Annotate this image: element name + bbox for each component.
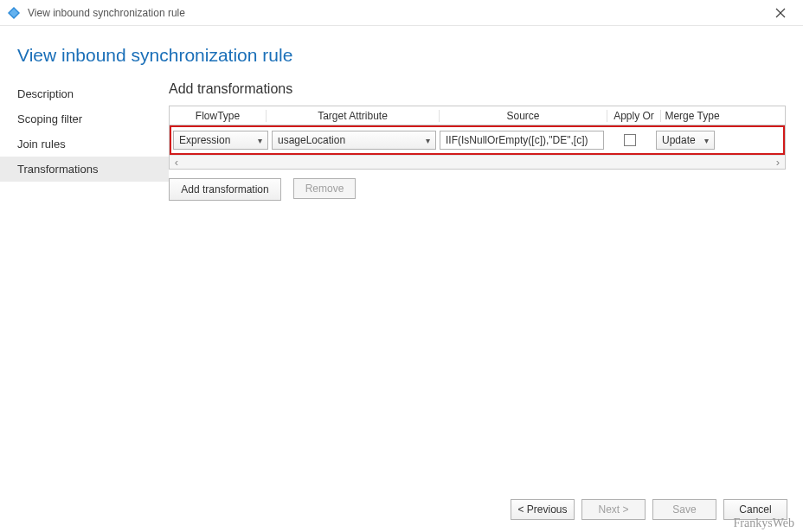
- add-transformation-button[interactable]: Add transformation: [169, 178, 281, 201]
- apply-once-checkbox[interactable]: [624, 134, 636, 146]
- scroll-left-icon[interactable]: ‹: [170, 156, 183, 169]
- app-logo-icon: [7, 6, 21, 20]
- grid-action-buttons: Add transformation Remove: [169, 178, 786, 201]
- sidebar: Description Scoping filter Join rules Tr…: [0, 81, 169, 182]
- main-content: Add transformations FlowType Target Attr…: [169, 81, 803, 201]
- source-expression-value: IIF(IsNullOrEmpty([c]),"DE",[c]): [446, 134, 588, 146]
- col-header-target: Target Attribute: [267, 110, 440, 122]
- section-title: Add transformations: [169, 81, 786, 97]
- scroll-right-icon[interactable]: ›: [771, 156, 785, 169]
- button-label: < Previous: [517, 503, 567, 516]
- button-label: Remove: [305, 183, 344, 195]
- source-expression-input[interactable]: IIF(IsNullOrEmpty([c]),"DE",[c]): [440, 131, 604, 150]
- col-header-flowtype: FlowType: [170, 110, 267, 122]
- next-button[interactable]: Next >: [581, 499, 646, 520]
- sidebar-item-join-rules[interactable]: Join rules: [17, 131, 169, 157]
- chevron-down-icon: ▾: [426, 136, 430, 145]
- sidebar-item-label: Transformations: [17, 163, 98, 176]
- remove-transformation-button[interactable]: Remove: [293, 178, 356, 199]
- wizard-footer: < Previous Next > Save Cancel: [511, 499, 787, 520]
- button-label: Add transformation: [181, 183, 268, 195]
- cancel-button[interactable]: Cancel: [723, 499, 787, 520]
- merge-type-dropdown[interactable]: Update ▾: [656, 131, 715, 150]
- button-label: Next >: [598, 503, 628, 516]
- button-label: Save: [672, 503, 696, 516]
- window-title: View inbound synchronization rule: [28, 7, 765, 19]
- window-close-button[interactable]: [765, 3, 796, 23]
- flowtype-value: Expression: [179, 134, 230, 146]
- close-icon: [775, 8, 786, 18]
- sidebar-item-label: Description: [17, 87, 74, 100]
- apply-once-cell: [607, 134, 652, 146]
- grid-header-row: FlowType Target Attribute Source Apply O…: [170, 106, 785, 125]
- col-header-apply: Apply Or: [607, 110, 661, 122]
- sidebar-item-label: Join rules: [17, 138, 66, 151]
- previous-button[interactable]: < Previous: [511, 499, 575, 520]
- titlebar: View inbound synchronization rule: [0, 0, 803, 26]
- target-attribute-value: usageLocation: [278, 134, 345, 146]
- button-label: Cancel: [739, 503, 771, 516]
- transformations-grid: FlowType Target Attribute Source Apply O…: [169, 106, 786, 170]
- target-attribute-dropdown[interactable]: usageLocation ▾: [272, 131, 436, 150]
- sidebar-item-transformations[interactable]: Transformations: [0, 157, 169, 182]
- sidebar-item-label: Scoping filter: [17, 112, 82, 125]
- chevron-down-icon: ▾: [704, 136, 709, 145]
- transformation-row: Expression ▾ usageLocation ▾ IIF(IsNullO…: [170, 125, 785, 155]
- sidebar-item-scoping-filter[interactable]: Scoping filter: [17, 106, 169, 131]
- merge-type-value: Update: [662, 134, 696, 146]
- chevron-down-icon: ▾: [258, 136, 262, 145]
- flowtype-dropdown[interactable]: Expression ▾: [173, 131, 268, 150]
- col-header-source: Source: [440, 110, 607, 122]
- sidebar-item-description[interactable]: Description: [17, 81, 169, 106]
- grid-horizontal-scrollbar[interactable]: ‹ ›: [170, 155, 785, 169]
- page-title: View inbound synchronization rule: [0, 26, 803, 81]
- save-button[interactable]: Save: [652, 499, 716, 520]
- col-header-merge: Merge Type: [661, 110, 723, 122]
